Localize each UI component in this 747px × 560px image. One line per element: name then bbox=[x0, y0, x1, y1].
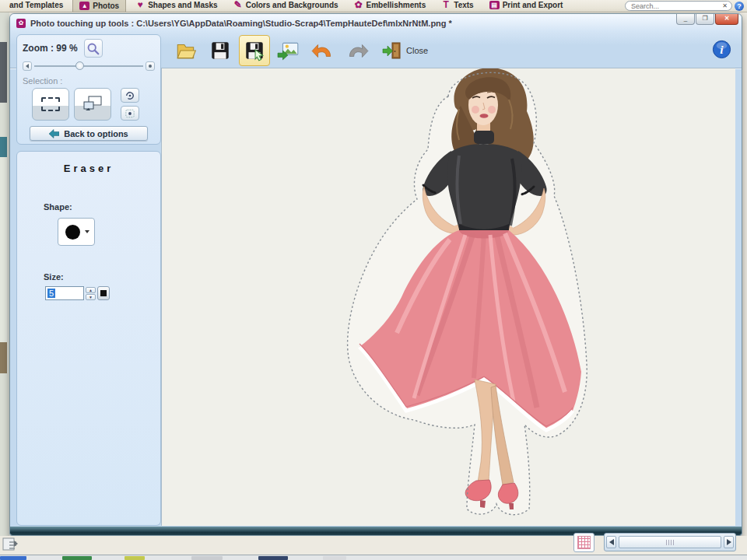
tab-label: Embellishments bbox=[366, 1, 426, 9]
dialog-titlebar[interactable]: ✿ Photo touching up tools : C:\Users\YG\… bbox=[10, 14, 742, 32]
size-increment-button[interactable]: ▲ bbox=[86, 287, 96, 293]
zoom-in-button[interactable] bbox=[146, 61, 155, 71]
size-label: Size: bbox=[44, 272, 149, 282]
center-selection-button[interactable] bbox=[121, 106, 139, 121]
rectangular-selection-button[interactable] bbox=[32, 88, 69, 121]
background-window-bottom bbox=[0, 536, 747, 555]
brush-icon: ✎ bbox=[233, 1, 243, 9]
open-button[interactable] bbox=[170, 35, 202, 66]
rotate-selection-button[interactable] bbox=[121, 88, 139, 103]
taskbar-item bbox=[258, 556, 288, 560]
fashion-illustration bbox=[342, 68, 591, 520]
eraser-shape-dropdown[interactable] bbox=[58, 218, 95, 246]
taskbar-item bbox=[0, 556, 26, 560]
open-folder-icon bbox=[174, 39, 198, 62]
scroll-right-button[interactable] bbox=[724, 536, 734, 548]
swatch-icon bbox=[100, 290, 107, 296]
right-arrow-icon bbox=[727, 539, 731, 545]
eraser-size-input[interactable]: 5 bbox=[45, 286, 84, 300]
back-arrow-icon bbox=[49, 129, 59, 138]
zoom-slider-track[interactable] bbox=[34, 65, 143, 67]
help-button[interactable]: ? bbox=[735, 2, 744, 11]
tab-label: Print and Export bbox=[503, 1, 563, 9]
dialog-title: Photo touching up tools : C:\Users\YG\Ap… bbox=[30, 19, 452, 28]
view-selection-panel: Zoom : 99 % Selection : bbox=[16, 34, 161, 145]
grid-icon bbox=[577, 536, 591, 549]
close-tools-label: Close bbox=[406, 46, 428, 55]
target-icon bbox=[124, 109, 135, 118]
tab-label: Photos bbox=[93, 2, 119, 10]
undo-button[interactable] bbox=[307, 35, 338, 66]
export-image-icon bbox=[277, 39, 300, 62]
undo-icon bbox=[311, 39, 335, 62]
zoom-slider-handle[interactable] bbox=[75, 61, 84, 70]
heel bbox=[509, 503, 514, 509]
tab-photos[interactable]: ▲ Photos bbox=[72, 0, 126, 12]
export-image-button[interactable] bbox=[273, 35, 304, 66]
tab-texts[interactable]: T Texts bbox=[435, 0, 479, 12]
tab-colors-backgrounds[interactable]: ✎ Colors and Backgrounds bbox=[227, 0, 345, 12]
rotate-icon bbox=[124, 91, 135, 100]
turtleneck-collar bbox=[474, 131, 494, 144]
back-to-options-label: Back to options bbox=[64, 129, 128, 138]
taskbar-item bbox=[323, 556, 346, 560]
shape-icon: ♥ bbox=[135, 1, 145, 9]
zoom-slider[interactable] bbox=[23, 61, 155, 72]
search-input-wrap: ✕ bbox=[625, 1, 732, 11]
left-arrow-icon bbox=[26, 64, 29, 68]
minimize-button[interactable]: _ bbox=[676, 14, 695, 25]
round-brush-icon bbox=[65, 225, 80, 240]
image-canvas[interactable] bbox=[161, 68, 735, 526]
selection-marquee-icon bbox=[41, 97, 60, 111]
scrollbar-thumb[interactable] bbox=[619, 536, 721, 548]
lips bbox=[480, 114, 489, 118]
taskbar-item bbox=[191, 556, 223, 560]
size-apply-button[interactable] bbox=[97, 286, 110, 300]
chevron-down-icon bbox=[85, 230, 89, 233]
close-window-button[interactable]: ✕ bbox=[715, 14, 738, 25]
clear-search-icon[interactable]: ✕ bbox=[722, 2, 728, 9]
photo-touchup-dialog: ✿ Photo touching up tools : C:\Users\YG\… bbox=[9, 13, 742, 536]
shape-label: Shape: bbox=[44, 202, 149, 212]
text-icon: T bbox=[441, 1, 451, 9]
zoom-out-button[interactable] bbox=[23, 61, 32, 71]
search-input[interactable] bbox=[630, 2, 715, 11]
printer-icon: ▤ bbox=[489, 1, 500, 9]
page-setup-icon bbox=[2, 536, 20, 552]
left-arrow-icon bbox=[609, 539, 614, 545]
scroll-left-button[interactable] bbox=[606, 536, 616, 548]
tab-pages-templates[interactable]: and Templates bbox=[3, 0, 69, 12]
taskbar-strip bbox=[0, 555, 747, 560]
back-to-options-button[interactable]: Back to options bbox=[30, 126, 148, 141]
layers-icon bbox=[81, 94, 104, 114]
app-icon: ✿ bbox=[16, 19, 26, 28]
save-as-button[interactable] bbox=[239, 35, 270, 66]
grid-view-button[interactable] bbox=[573, 533, 594, 552]
size-decrement-button[interactable]: ▼ bbox=[86, 294, 96, 300]
flower-icon: ✿ bbox=[354, 1, 363, 9]
background-window-edge bbox=[0, 12, 9, 555]
save-button[interactable] bbox=[205, 35, 236, 66]
tab-label: Shapes and Masks bbox=[148, 1, 217, 9]
move-selection-button[interactable] bbox=[74, 88, 111, 121]
tab-label: Texts bbox=[454, 1, 473, 9]
eraser-panel: Eraser Shape: Size: 5 ▲ ▼ bbox=[16, 151, 161, 526]
close-tools-button[interactable]: Close bbox=[376, 35, 433, 66]
redo-button[interactable] bbox=[342, 35, 373, 66]
taskbar-item bbox=[124, 556, 145, 560]
maximize-button[interactable]: ❐ bbox=[696, 14, 714, 25]
tab-label: and Templates bbox=[9, 1, 63, 9]
dot-icon bbox=[149, 65, 152, 68]
tab-print-export[interactable]: ▤ Print and Export bbox=[483, 0, 570, 12]
save-as-icon bbox=[243, 39, 266, 62]
info-button[interactable]: i bbox=[711, 39, 732, 60]
tab-shapes-masks[interactable]: ♥ Shapes and Masks bbox=[129, 0, 223, 12]
selection-section-label: Selection : bbox=[23, 76, 155, 86]
zoom-level-label: Zoom : 99 % bbox=[23, 43, 78, 54]
eraser-title: Eraser bbox=[28, 163, 149, 174]
save-icon bbox=[209, 39, 232, 62]
tab-embellishments[interactable]: ✿ Embellishments bbox=[348, 0, 433, 12]
redo-icon bbox=[345, 39, 369, 62]
horizontal-scrollbar[interactable] bbox=[604, 533, 736, 551]
zoom-fit-button[interactable] bbox=[84, 39, 103, 58]
